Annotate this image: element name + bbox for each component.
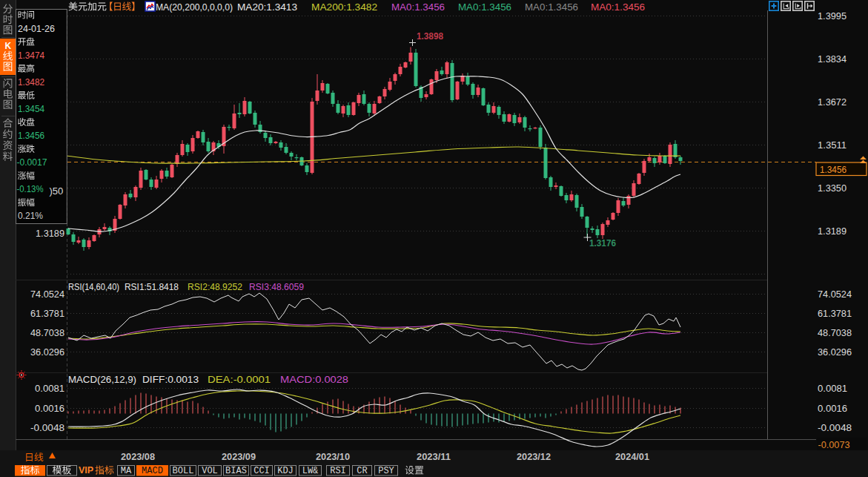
svg-text:RSI(14,60,40): RSI(14,60,40) — [68, 282, 119, 292]
svg-text:)50: )50 — [50, 185, 64, 197]
svg-text:0.21%: 0.21% — [18, 210, 43, 221]
svg-text:RSI3:48.6059: RSI3:48.6059 — [249, 282, 304, 292]
svg-text:MA20:1.3413: MA20:1.3413 — [237, 2, 297, 13]
svg-text:61.3781: 61.3781 — [30, 308, 64, 319]
svg-text:0.0081: 0.0081 — [818, 383, 847, 394]
svg-text:CCI: CCI — [254, 466, 270, 476]
svg-text:1.3176: 1.3176 — [589, 237, 616, 249]
svg-text:RSI: RSI — [330, 466, 346, 476]
svg-text:1.3454: 1.3454 — [18, 103, 44, 114]
svg-text:RSI2:48.9252: RSI2:48.9252 — [188, 282, 242, 292]
svg-text:74.0524: 74.0524 — [30, 289, 64, 300]
svg-text:CR: CR — [357, 466, 367, 476]
svg-text:2023/09: 2023/09 — [222, 451, 256, 462]
svg-text:74.0524: 74.0524 — [818, 289, 852, 300]
svg-text:MA0:1.3456: MA0:1.3456 — [525, 2, 578, 13]
svg-text:MA: MA — [121, 466, 132, 476]
svg-text:-0.0073: -0.0073 — [818, 439, 850, 450]
svg-text:1.3672: 1.3672 — [818, 96, 847, 108]
svg-text:-0.0017: -0.0017 — [17, 157, 47, 168]
svg-text:MA(20,200,0,0,0,0): MA(20,200,0,0,0,0) — [156, 2, 233, 13]
svg-text:MA0:1.3456: MA0:1.3456 — [591, 2, 645, 13]
svg-text:LW&: LW& — [302, 466, 319, 476]
svg-text:2023/10: 2023/10 — [316, 451, 350, 462]
svg-text:36.0296: 36.0296 — [818, 346, 852, 358]
svg-text:MACD: MACD — [142, 466, 163, 476]
svg-text:1.3350: 1.3350 — [818, 182, 847, 194]
svg-text:1.3511: 1.3511 — [818, 139, 847, 151]
svg-text:1.3898: 1.3898 — [417, 30, 443, 42]
svg-text:1.3189: 1.3189 — [818, 226, 847, 237]
svg-text:1.3995: 1.3995 — [818, 10, 847, 22]
svg-text:48.7038: 48.7038 — [818, 327, 852, 338]
svg-text:VIP: VIP — [79, 465, 93, 476]
svg-text:1.3456: 1.3456 — [820, 164, 847, 175]
svg-text:RSI1:51.8418: RSI1:51.8418 — [125, 282, 179, 292]
svg-text:MACD:0.0028: MACD:0.0028 — [280, 375, 348, 385]
svg-text:1.3482: 1.3482 — [18, 76, 44, 88]
svg-text:-0.0048: -0.0048 — [818, 422, 852, 433]
svg-text:2023/11: 2023/11 — [417, 451, 451, 462]
svg-text:MA0:1.3456: MA0:1.3456 — [391, 2, 445, 13]
svg-text:48.7038: 48.7038 — [30, 327, 64, 338]
svg-text:2023/08: 2023/08 — [121, 451, 155, 462]
svg-text:1.3474: 1.3474 — [18, 50, 44, 61]
svg-text:24-01-26: 24-01-26 — [18, 23, 55, 34]
svg-text:2023/12: 2023/12 — [517, 451, 551, 462]
svg-text:2024/01: 2024/01 — [615, 451, 649, 462]
svg-text:-0.0048: -0.0048 — [30, 422, 64, 433]
svg-text:-0.13%: -0.13% — [17, 183, 44, 194]
svg-text:1.3456: 1.3456 — [18, 130, 44, 141]
svg-text:36.0296: 36.0296 — [30, 346, 64, 358]
svg-text:0.0016: 0.0016 — [818, 403, 847, 414]
svg-text:1.3834: 1.3834 — [818, 53, 847, 65]
svg-text:DIFF:0.0013: DIFF:0.0013 — [142, 375, 199, 385]
svg-text:PSY: PSY — [378, 466, 394, 476]
svg-text:KDJ: KDJ — [277, 466, 294, 476]
svg-text:BIAS: BIAS — [225, 466, 247, 476]
svg-text:VOL: VOL — [202, 466, 218, 476]
svg-text:MA0:1.3456: MA0:1.3456 — [458, 2, 511, 13]
svg-text:0.0016: 0.0016 — [35, 403, 64, 414]
svg-text:61.3781: 61.3781 — [818, 308, 852, 319]
svg-text:DEA:-0.0001: DEA:-0.0001 — [208, 375, 271, 385]
svg-text:BOLL: BOLL — [173, 466, 194, 476]
svg-text:1.3189: 1.3189 — [36, 228, 64, 239]
svg-text:K: K — [5, 41, 12, 51]
svg-text:MACD(26,12,9): MACD(26,12,9) — [68, 375, 136, 385]
svg-text:0.0081: 0.0081 — [35, 383, 64, 394]
svg-text:MA200:1.3482: MA200:1.3482 — [311, 2, 377, 13]
